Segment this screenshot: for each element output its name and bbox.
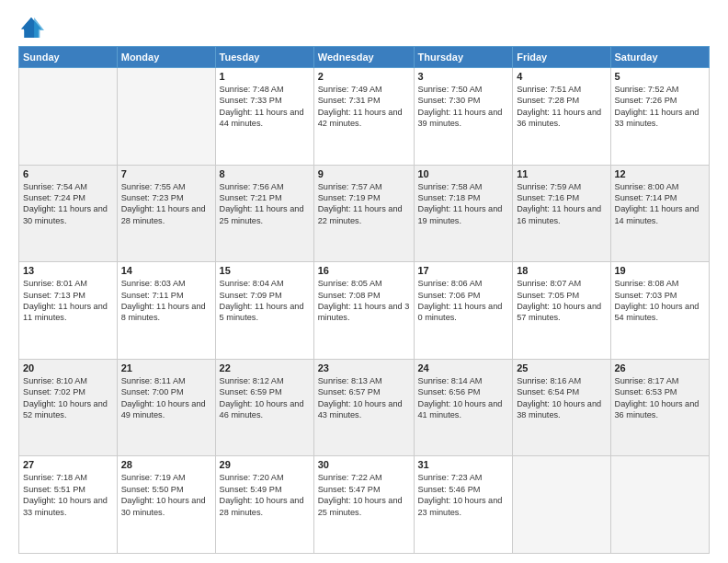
day-number: 21	[121, 362, 211, 373]
day-number: 11	[517, 168, 606, 179]
day-info: Sunrise: 8:14 AM Sunset: 6:56 PM Dayligh…	[418, 375, 509, 421]
svg-marker-2	[34, 17, 44, 38]
calendar-cell: 1Sunrise: 7:48 AM Sunset: 7:33 PM Daylig…	[215, 68, 313, 166]
calendar-cell: 4Sunrise: 7:51 AM Sunset: 7:28 PM Daylig…	[513, 68, 610, 166]
day-number: 12	[615, 168, 706, 179]
day-number: 2	[318, 71, 410, 82]
day-number: 7	[121, 168, 211, 179]
day-number: 5	[615, 71, 706, 82]
day-info: Sunrise: 7:23 AM Sunset: 5:46 PM Dayligh…	[418, 472, 509, 518]
day-number: 19	[615, 265, 706, 276]
calendar-header-saturday: Saturday	[610, 47, 710, 68]
logo-icon	[18, 15, 44, 40]
calendar-cell: 6Sunrise: 7:54 AM Sunset: 7:24 PM Daylig…	[19, 165, 118, 262]
day-number: 28	[121, 459, 211, 470]
calendar-cell	[19, 68, 118, 166]
calendar-cell: 29Sunrise: 7:20 AM Sunset: 5:49 PM Dayli…	[215, 456, 313, 554]
day-info: Sunrise: 7:19 AM Sunset: 5:50 PM Dayligh…	[121, 472, 211, 518]
day-info: Sunrise: 7:18 AM Sunset: 5:51 PM Dayligh…	[23, 472, 113, 518]
day-info: Sunrise: 8:07 AM Sunset: 7:05 PM Dayligh…	[517, 278, 606, 324]
day-info: Sunrise: 7:57 AM Sunset: 7:19 PM Dayligh…	[318, 181, 410, 227]
day-number: 13	[23, 265, 113, 276]
logo	[18, 15, 48, 40]
calendar-cell: 7Sunrise: 7:55 AM Sunset: 7:23 PM Daylig…	[117, 165, 215, 262]
calendar-cell: 28Sunrise: 7:19 AM Sunset: 5:50 PM Dayli…	[117, 456, 215, 554]
calendar-header-tuesday: Tuesday	[215, 47, 313, 68]
day-info: Sunrise: 8:16 AM Sunset: 6:54 PM Dayligh…	[517, 375, 606, 421]
calendar-header-thursday: Thursday	[414, 47, 513, 68]
header	[18, 15, 710, 40]
day-number: 29	[220, 459, 310, 470]
day-number: 20	[23, 362, 113, 373]
calendar-cell: 31Sunrise: 7:23 AM Sunset: 5:46 PM Dayli…	[414, 456, 513, 554]
day-number: 4	[517, 71, 606, 82]
calendar-week-1: 6Sunrise: 7:54 AM Sunset: 7:24 PM Daylig…	[19, 165, 710, 262]
day-number: 6	[23, 168, 113, 179]
day-info: Sunrise: 8:12 AM Sunset: 6:59 PM Dayligh…	[220, 375, 310, 421]
day-info: Sunrise: 7:55 AM Sunset: 7:23 PM Dayligh…	[121, 181, 211, 227]
day-info: Sunrise: 7:50 AM Sunset: 7:30 PM Dayligh…	[418, 84, 509, 130]
day-number: 9	[318, 168, 410, 179]
day-number: 1	[220, 71, 310, 82]
calendar-cell: 26Sunrise: 8:17 AM Sunset: 6:53 PM Dayli…	[610, 359, 710, 456]
calendar-cell: 20Sunrise: 8:10 AM Sunset: 7:02 PM Dayli…	[19, 359, 118, 456]
calendar-cell: 23Sunrise: 8:13 AM Sunset: 6:57 PM Dayli…	[313, 359, 414, 456]
day-number: 30	[318, 459, 410, 470]
page: SundayMondayTuesdayWednesdayThursdayFrid…	[0, 0, 728, 563]
day-info: Sunrise: 8:03 AM Sunset: 7:11 PM Dayligh…	[121, 278, 211, 324]
calendar-cell: 22Sunrise: 8:12 AM Sunset: 6:59 PM Dayli…	[215, 359, 313, 456]
calendar-header-sunday: Sunday	[19, 47, 118, 68]
calendar-header-monday: Monday	[117, 47, 215, 68]
day-info: Sunrise: 7:48 AM Sunset: 7:33 PM Dayligh…	[220, 84, 310, 130]
day-info: Sunrise: 7:52 AM Sunset: 7:26 PM Dayligh…	[615, 84, 706, 130]
day-number: 17	[418, 265, 509, 276]
calendar-cell: 10Sunrise: 7:58 AM Sunset: 7:18 PM Dayli…	[414, 165, 513, 262]
calendar-week-3: 20Sunrise: 8:10 AM Sunset: 7:02 PM Dayli…	[19, 359, 710, 456]
calendar-cell: 16Sunrise: 8:05 AM Sunset: 7:08 PM Dayli…	[313, 262, 414, 360]
day-info: Sunrise: 8:01 AM Sunset: 7:13 PM Dayligh…	[23, 278, 113, 324]
calendar-cell: 18Sunrise: 8:07 AM Sunset: 7:05 PM Dayli…	[513, 262, 610, 360]
day-info: Sunrise: 8:04 AM Sunset: 7:09 PM Dayligh…	[220, 278, 310, 324]
calendar-cell: 13Sunrise: 8:01 AM Sunset: 7:13 PM Dayli…	[19, 262, 118, 360]
day-info: Sunrise: 8:08 AM Sunset: 7:03 PM Dayligh…	[615, 278, 706, 324]
day-info: Sunrise: 7:58 AM Sunset: 7:18 PM Dayligh…	[418, 181, 509, 227]
day-number: 23	[318, 362, 410, 373]
calendar-cell	[610, 456, 710, 554]
calendar-header-friday: Friday	[513, 47, 610, 68]
calendar-cell	[513, 456, 610, 554]
day-number: 3	[418, 71, 509, 82]
calendar-week-4: 27Sunrise: 7:18 AM Sunset: 5:51 PM Dayli…	[19, 456, 710, 554]
day-info: Sunrise: 7:51 AM Sunset: 7:28 PM Dayligh…	[517, 84, 606, 130]
calendar-cell: 30Sunrise: 7:22 AM Sunset: 5:47 PM Dayli…	[313, 456, 414, 554]
calendar-cell: 19Sunrise: 8:08 AM Sunset: 7:03 PM Dayli…	[610, 262, 710, 360]
calendar-cell: 12Sunrise: 8:00 AM Sunset: 7:14 PM Dayli…	[610, 165, 710, 262]
day-info: Sunrise: 7:22 AM Sunset: 5:47 PM Dayligh…	[318, 472, 410, 518]
calendar-cell: 24Sunrise: 8:14 AM Sunset: 6:56 PM Dayli…	[414, 359, 513, 456]
day-number: 14	[121, 265, 211, 276]
calendar-week-0: 1Sunrise: 7:48 AM Sunset: 7:33 PM Daylig…	[19, 68, 710, 166]
day-number: 15	[220, 265, 310, 276]
calendar-cell: 14Sunrise: 8:03 AM Sunset: 7:11 PM Dayli…	[117, 262, 215, 360]
day-info: Sunrise: 8:06 AM Sunset: 7:06 PM Dayligh…	[418, 278, 509, 324]
calendar-table: SundayMondayTuesdayWednesdayThursdayFrid…	[18, 46, 710, 554]
calendar-cell	[117, 68, 215, 166]
calendar-cell: 21Sunrise: 8:11 AM Sunset: 7:00 PM Dayli…	[117, 359, 215, 456]
day-info: Sunrise: 8:00 AM Sunset: 7:14 PM Dayligh…	[615, 181, 706, 227]
calendar-cell: 2Sunrise: 7:49 AM Sunset: 7:31 PM Daylig…	[313, 68, 414, 166]
day-info: Sunrise: 8:11 AM Sunset: 7:00 PM Dayligh…	[121, 375, 211, 421]
calendar-cell: 27Sunrise: 7:18 AM Sunset: 5:51 PM Dayli…	[19, 456, 118, 554]
calendar-cell: 9Sunrise: 7:57 AM Sunset: 7:19 PM Daylig…	[313, 165, 414, 262]
day-info: Sunrise: 7:54 AM Sunset: 7:24 PM Dayligh…	[23, 181, 113, 227]
day-info: Sunrise: 8:10 AM Sunset: 7:02 PM Dayligh…	[23, 375, 113, 421]
day-number: 10	[418, 168, 509, 179]
calendar-cell: 8Sunrise: 7:56 AM Sunset: 7:21 PM Daylig…	[215, 165, 313, 262]
day-info: Sunrise: 7:56 AM Sunset: 7:21 PM Dayligh…	[220, 181, 310, 227]
day-number: 27	[23, 459, 113, 470]
day-number: 31	[418, 459, 509, 470]
day-info: Sunrise: 7:49 AM Sunset: 7:31 PM Dayligh…	[318, 84, 410, 130]
calendar-cell: 17Sunrise: 8:06 AM Sunset: 7:06 PM Dayli…	[414, 262, 513, 360]
day-number: 18	[517, 265, 606, 276]
calendar-cell: 3Sunrise: 7:50 AM Sunset: 7:30 PM Daylig…	[414, 68, 513, 166]
day-number: 16	[318, 265, 410, 276]
calendar-cell: 25Sunrise: 8:16 AM Sunset: 6:54 PM Dayli…	[513, 359, 610, 456]
